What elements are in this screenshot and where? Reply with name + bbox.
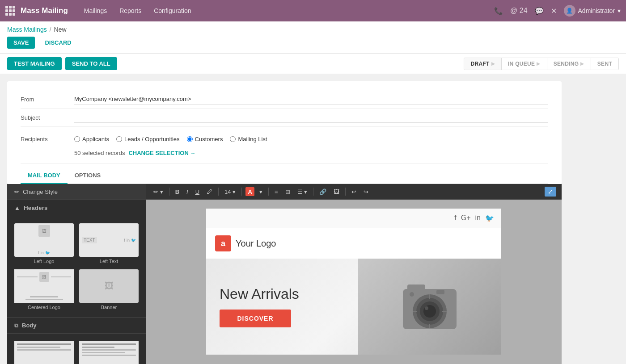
breadcrumb-parent[interactable]: Mass Mailings (7, 26, 47, 33)
recipients-label: Recipients (21, 136, 74, 142)
phone-icon[interactable]: 📞 (494, 7, 503, 15)
pencil-icon: ✏ (14, 188, 19, 195)
italic-button[interactable]: I (184, 187, 190, 197)
banner-left: New Arrivals DISCOVER (206, 259, 358, 355)
logo-placeholder-icon: 🖼 (38, 225, 50, 237)
test-mailing-button[interactable]: TEST MAILING (7, 57, 62, 70)
tabs: MAIL BODY OPTIONS (21, 167, 548, 184)
user-menu[interactable]: 👤 Administrator ▾ (564, 5, 621, 17)
status-draft[interactable]: DRAFT ▶ (464, 58, 501, 70)
email-header: f G+ in 🐦 (206, 209, 501, 228)
tools-icon[interactable]: ✕ (551, 7, 557, 15)
left-logo-thumb: 🖼 fin🐦 (14, 223, 74, 257)
status-in-queue[interactable]: IN QUEUE ▶ (502, 58, 547, 70)
nav-reports[interactable]: Reports (114, 4, 147, 17)
center-logo-icon: 🖼 (39, 272, 49, 282)
banner-image-icon: 🖼 (105, 281, 114, 291)
status-sending[interactable]: SENDING ▶ (547, 58, 591, 70)
status-sent[interactable]: SENT (591, 58, 618, 70)
separator-5 (313, 188, 313, 196)
facebook-icon[interactable]: f (454, 214, 456, 222)
discover-button[interactable]: DISCOVER (220, 310, 291, 327)
image-button[interactable]: 🖼 (331, 187, 342, 197)
underline-button[interactable]: U (193, 187, 202, 197)
template-banner[interactable]: 🖼 Banner (76, 267, 141, 313)
breadcrumb-separator: / (50, 26, 51, 33)
top-right-actions: 📞 @ 24 💬 ✕ 👤 Administrator ▾ (494, 5, 621, 17)
twitter-icon[interactable]: 🐦 (485, 214, 494, 222)
radio-customers[interactable]: Customers (187, 136, 223, 142)
centered-logo-thumb: 🖼 (14, 269, 74, 303)
unordered-list-button[interactable]: ≡ (272, 187, 280, 197)
svg-rect-1 (407, 285, 425, 291)
user-avatar: 👤 (564, 5, 575, 17)
radio-applicants[interactable]: Applicants (74, 136, 109, 142)
discard-button[interactable]: DISCARD (38, 37, 77, 49)
tab-mail-body[interactable]: MAIL BODY (21, 167, 68, 184)
pen-tool-button[interactable]: ✏ ▾ (151, 187, 165, 197)
template-centered-logo[interactable]: 🖼 Centered Logo (12, 267, 76, 313)
template-title-subtitle[interactable]: Title - Subtitle (76, 338, 141, 364)
send-to-all-button[interactable]: SEND TO ALL (65, 57, 117, 70)
save-button[interactable]: SAVE (7, 37, 35, 49)
main-menu: Mailings Reports Configuration (79, 4, 494, 17)
chat-icon[interactable]: 💬 (535, 7, 544, 15)
status-arrow-icon-2: ▶ (537, 61, 540, 66)
separator-1 (169, 188, 169, 196)
font-color-button[interactable]: A (245, 187, 254, 196)
nav-configuration[interactable]: Configuration (148, 4, 196, 17)
change-style-button[interactable]: ✏ Change Style (7, 184, 146, 200)
highlight-button[interactable]: 🖊 (204, 187, 215, 197)
banner-title: New Arrivals (220, 286, 345, 302)
body-template-grid: MORE Title Content Title - Subtitle (7, 334, 146, 364)
template-left-text[interactable]: TEXT fin🐦 Left Text (76, 221, 141, 267)
separator-4 (268, 188, 269, 196)
right-panel: ✏ ▾ B I U 🖊 14 ▾ A ▾ ≡ ⊟ ☰ ▾ 🔗 🖼 ↩ (146, 184, 562, 364)
subject-value (74, 112, 548, 123)
separator-2 (218, 188, 219, 196)
template-title-content[interactable]: MORE Title Content (12, 338, 76, 364)
app-grid-icon[interactable] (5, 6, 15, 16)
status-arrow-icon-3: ▶ (580, 61, 584, 66)
toolbar-left: TEST MAILING SEND TO ALL (7, 57, 117, 70)
logo-box: a (215, 235, 231, 251)
radio-mailing-list[interactable]: Mailing List (230, 136, 267, 142)
undo-button[interactable]: ↩ (349, 187, 359, 197)
bold-button[interactable]: B (173, 187, 182, 197)
from-input[interactable] (74, 94, 548, 105)
googleplus-icon[interactable]: G+ (461, 214, 471, 222)
link-button[interactable]: 🔗 (317, 187, 329, 197)
align-button[interactable]: ☰ ▾ (295, 187, 310, 197)
ordered-list-button[interactable]: ⊟ (283, 187, 292, 197)
editor-toolbar: ✏ ▾ B I U 🖊 14 ▾ A ▾ ≡ ⊟ ☰ ▾ 🔗 🖼 ↩ (146, 184, 562, 200)
form-card: From Subject Recipients Applicants (7, 81, 562, 184)
linkedin-icon[interactable]: in (475, 214, 481, 222)
status-bar: DRAFT ▶ IN QUEUE ▶ SENDING ▶ SENT (464, 58, 619, 70)
radio-leads[interactable]: Leads / Opportunities (116, 136, 180, 142)
social-icons-thumb: fin🐦 (38, 251, 50, 255)
selected-records-count: 50 selected records (74, 150, 125, 156)
left-text-label: Left Text (79, 257, 139, 264)
action-buttons: SAVE DISCARD (7, 37, 619, 53)
logo-text: Your Logo (236, 238, 276, 249)
user-chevron-icon: ▾ (618, 7, 621, 14)
recipients-options: Applicants Leads / Opportunities Custome… (74, 133, 267, 145)
redo-button[interactable]: ↪ (361, 187, 371, 197)
tab-options[interactable]: OPTIONS (68, 167, 108, 184)
font-color-dropdown[interactable]: ▾ (257, 187, 265, 197)
nav-mailings[interactable]: Mailings (79, 4, 112, 17)
subject-input[interactable] (74, 112, 548, 123)
at-badge[interactable]: @ 24 (510, 7, 527, 15)
template-left-logo[interactable]: 🖼 fin🐦 Left Logo (12, 221, 76, 267)
editor-container: ✏ Change Style ▲ Headers 🖼 fin🐦 Lef (7, 184, 562, 364)
change-selection-link[interactable]: CHANGE SELECTION → (128, 150, 195, 156)
copy-icon: ⧉ (14, 322, 18, 329)
expand-button[interactable]: ⤢ (545, 187, 556, 197)
svg-point-6 (425, 306, 428, 310)
status-arrow-icon: ▶ (491, 61, 495, 66)
headers-section-header: ▲ Headers (7, 200, 146, 216)
font-size-button[interactable]: 14 ▾ (222, 187, 238, 197)
selected-records-row: 50 selected records CHANGE SELECTION → (21, 148, 195, 160)
separator-3 (241, 188, 242, 196)
from-row: From (21, 90, 548, 109)
